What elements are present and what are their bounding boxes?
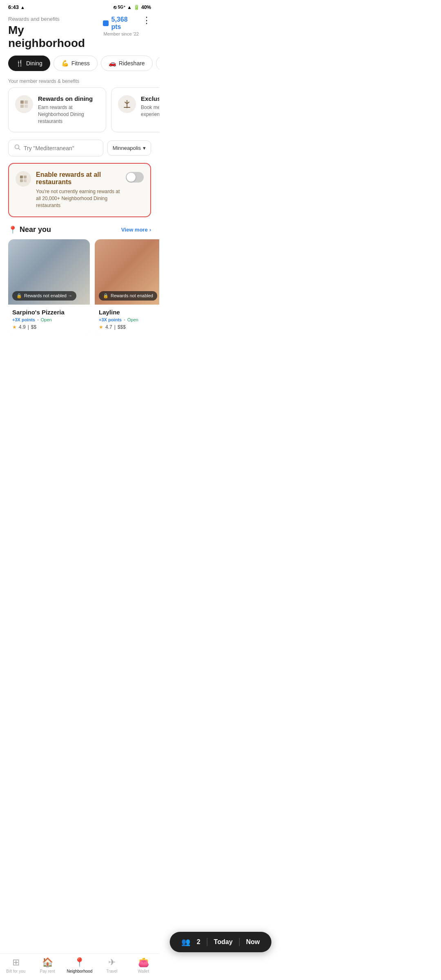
battery-icon: 🔋 [134,4,140,10]
enable-banner-title: Enable rewards at all restaurants [36,171,121,186]
benefit-exclusive-desc: Book memorable dining experiences [141,104,159,118]
svg-rect-13 [24,179,27,182]
status-time: 6:43 ▲ [8,4,25,10]
page-header: Rewards and benefits My neighborhood 5,3… [0,13,159,50]
fitness-icon: 💪 [61,60,69,67]
svg-rect-0 [20,100,24,104]
svg-rect-10 [20,176,23,178]
enable-toggle[interactable] [126,172,144,183]
rewards-label: Rewards and benefits [8,16,103,22]
points-display: 5,368 pts [103,16,139,31]
tab-rideshare-label: Rideshare [119,60,145,67]
dining-icon: 🍴 [16,60,24,67]
near-you-title: 📍 Near you [8,225,51,234]
svg-rect-3 [24,105,28,108]
tab-dining[interactable]: 🍴 Dining [8,56,50,71]
rewards-banner-icon [16,171,31,187]
sarpinos-price: $$ [31,324,36,330]
layline-badge-text: Rewards not enabled [111,293,153,298]
sarpinos-name: Sarpino's Pizzeria [12,309,86,316]
near-you-label: Near you [20,225,51,234]
carrier-icon: ▲ [20,5,25,10]
sarpinos-meta: +3X points • Open [12,317,86,322]
svg-rect-12 [20,179,23,182]
lock-icon: 🔒 [16,293,22,298]
battery-percent: 40% [141,4,151,10]
benefit-card-rewards-dining[interactable]: Rewards on dining Earn rewards at Neighb… [8,87,106,132]
points-value-text: 5,368 pts [111,16,139,31]
search-area: Minneapolis ▾ [0,132,159,156]
tab-fitness-label: Fitness [71,60,90,67]
status-icons: ⎋ 5G⁺ ▲ 🔋 40% [114,4,151,10]
view-more-label: View more [121,227,148,233]
search-icon [14,144,20,152]
restaurant-card-sarpinos[interactable]: 🔒 Rewards not enabled → Sarpino's Pizzer… [8,239,90,335]
location-select[interactable]: Minneapolis ▾ [107,140,151,156]
layline-points: +3X points [99,317,122,322]
network-icon: 5G⁺ [118,5,125,9]
layline-rating-row: ★ 4.7 | $$$ [99,324,159,330]
star-icon-layline: ★ [99,324,103,330]
price-separator-layline: | [114,324,116,330]
sarpinos-status: Open [41,317,52,322]
member-since: Member since '22 [104,31,139,36]
benefit-dining-icon [15,95,33,113]
layline-rating: 4.7 [105,324,112,330]
sarpinos-rewards-badge: 🔒 Rewards not enabled → [12,291,76,301]
signal-icon: ▲ [127,4,132,10]
bluetooth-icon: ⎋ [114,4,116,10]
svg-rect-11 [24,176,27,178]
page-title: My neighborhood [8,24,103,50]
tab-fitness[interactable]: 💪 Fitness [53,56,98,71]
svg-rect-1 [24,100,28,104]
benefit-dining-desc: Earn rewards at Neighborhood Dining rest… [38,104,99,125]
sarpinos-badge-text: Rewards not enabled → [24,293,72,298]
svg-line-9 [18,148,20,150]
benefit-card-exclusive[interactable]: Exclusive dining Book memorable dining e… [111,87,159,132]
points-area: 5,368 pts Member since '22 [103,16,139,36]
layline-meta: +3X points • Open [99,317,159,322]
category-tabs: 🍴 Dining 💪 Fitness 🚗 Rideshare 🛍 Shoppin… [0,50,159,71]
layline-price: $$$ [118,324,126,330]
sarpinos-rating-row: ★ 4.9 | $$ [12,324,86,330]
benefit-exclusive-icon [118,95,136,113]
tab-shopping[interactable]: 🛍 Shopping [156,56,159,71]
location-text: Minneapolis [113,145,141,151]
star-icon: ★ [12,324,17,330]
search-input-wrap[interactable] [8,140,103,156]
price-separator: | [28,324,29,330]
sarpinos-image: 🔒 Rewards not enabled → [8,239,90,305]
rideshare-icon: 🚗 [109,60,116,67]
search-input[interactable] [24,145,97,151]
status-bar: 6:43 ▲ ⎋ 5G⁺ ▲ 🔋 40% [0,0,159,13]
restaurant-cards: 🔒 Rewards not enabled → Sarpino's Pizzer… [0,239,159,335]
location-pin-icon: 📍 [8,225,17,234]
more-button[interactable]: ⋮ [139,16,151,25]
layline-name: Layline [99,309,159,316]
lock-icon-layline: 🔒 [103,293,109,298]
chevron-right-icon: › [149,227,151,233]
svg-rect-2 [20,105,24,108]
points-icon [103,20,109,26]
restaurant-card-layline[interactable]: 🔒 Rewards not enabled Layline +3X points… [95,239,159,335]
sarpinos-rating: 4.9 [19,324,26,330]
enable-banner-desc: You're not currently earning rewards at … [36,188,121,209]
enable-rewards-banner[interactable]: Enable rewards at all restaurants You're… [8,163,151,217]
benefit-dining-title: Rewards on dining [38,95,99,102]
view-more-button[interactable]: View more › [121,227,151,233]
chevron-down-icon: ▾ [143,145,146,151]
near-you-section: 📍 Near you View more › [0,217,159,239]
benefits-section-label: Your member rewards & benefits [0,71,159,87]
sarpinos-points: +3X points [12,317,35,322]
layline-rewards-badge: 🔒 Rewards not enabled [99,291,157,301]
time-display: 6:43 [8,4,19,10]
tab-rideshare[interactable]: 🚗 Rideshare [101,56,153,71]
tab-dining-label: Dining [26,60,42,67]
layline-status: Open [127,317,138,322]
benefit-exclusive-title: Exclusive dining [141,95,159,102]
layline-image: 🔒 Rewards not enabled [95,239,159,305]
benefit-cards-list: Rewards on dining Earn rewards at Neighb… [0,87,159,132]
